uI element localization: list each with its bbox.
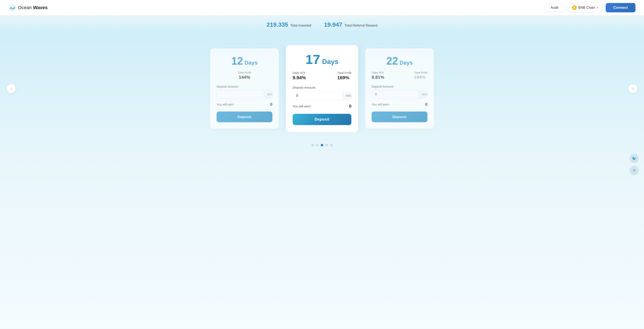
audit-button[interactable]: Audit [544,4,564,12]
telegram-button[interactable]: ✈ [630,166,639,175]
card-12-total-profit-value: 144% [216,75,272,80]
card-22-deposit-input[interactable] [372,90,419,99]
total-invested-value: 219.335 [267,21,288,28]
next-arrow[interactable]: › [628,84,638,93]
cards-wrapper: ‹ 12 Days Total Profit 144% Deposit Amou… [0,41,644,136]
card-12-deposit-button[interactable]: Deposit [216,111,272,122]
card-17-daily-roi-value: 9.94% [292,75,306,81]
chain-selector[interactable]: B BNB Chain ▾ [568,3,602,12]
card-22-daily-roi-block: Daily ROI 8.81% [372,71,384,80]
card-17-total-profit-value: 169% [337,75,352,81]
chevron-left-icon: ‹ [10,86,12,91]
chevron-down-icon: ▾ [597,6,598,9]
card-12-roi-section: Total Profit 144% [216,71,272,80]
card-17-daily-roi-label: Daily ROI [292,71,306,75]
card-17-deposit-label: Deposit Amount: [292,86,352,89]
card-22-deposit-input-row: MAX [372,90,428,99]
card-22-total-profit-block: Total Profit 194% [414,71,428,80]
card-22-total-profit-value: 194% [414,75,428,80]
logo-wordmark: Ocean Waves [18,5,48,11]
social-icons: 🐦 ✈ [630,154,639,175]
stats-banner: 219.335 Total Invested 19.947 Total Refe… [0,15,644,32]
twitter-icon: 🐦 [632,156,636,161]
card-17-deposit-input[interactable] [293,91,342,100]
card-12-days-title: 12 Days [216,56,272,66]
card-22-earn-value: 0 [425,102,428,107]
card-12-max-button[interactable]: MAX [264,91,272,98]
card-12-deposit-label: Deposit Amount: [216,85,272,88]
card-22-daily-roi-value: 8.81% [372,75,384,80]
card-17-days-label: Days [320,58,338,65]
card-12-earn-label: You will earn: [216,103,234,106]
chain-name: BNB Chain [578,6,595,10]
card-17-earn-label: You will earn: [292,104,312,108]
card-22-days-label: Days [398,60,413,66]
stats-row: 219.335 Total Invested 19.947 Total Refe… [0,21,644,28]
telegram-icon: ✈ [633,168,636,173]
card-12-days: 12 Days Total Profit 144% Deposit Amount… [210,48,279,129]
card-17-max-button[interactable]: MAX [342,92,352,100]
card-12-deposit-input-row: MAX [216,90,272,99]
logo-icon [8,4,16,12]
main-content: ‹ 12 Days Total Profit 144% Deposit Amou… [0,32,644,329]
card-22-total-profit-label: Total Profit [414,71,428,74]
bnb-icon: B [572,5,577,10]
card-22-earn-row: You will earn: 0 [372,102,428,107]
header-actions: Audit B BNB Chain ▾ Connect [544,3,636,12]
card-12-earn-row: You will earn: 0 [216,102,272,107]
total-invested-label: Total Invested [290,24,311,28]
chevron-right-icon: › [632,86,634,91]
card-12-deposit-input[interactable] [217,90,264,99]
card-17-days-title: 17 Days [292,53,352,66]
dot-5[interactable] [330,144,333,146]
card-12-days-label: Days [243,60,258,66]
total-invested-stat: 219.335 Total Invested [267,21,311,28]
card-17-earn-row: You will earn: 0 [292,104,352,109]
carousel-dots [0,144,644,146]
twitter-button[interactable]: 🐦 [630,154,639,163]
card-22-max-button[interactable]: MAX [419,91,428,98]
dot-2[interactable] [316,144,318,146]
card-12-earn-value: 0 [270,102,272,107]
total-referral-value: 19.947 [324,21,342,28]
prev-arrow[interactable]: ‹ [6,84,16,93]
card-22-deposit-label: Deposit Amount: [372,85,428,88]
card-22-earn-label: You will earn: [372,103,390,106]
total-referral-label: Total Referral Reward [344,24,377,28]
card-17-days: 17 Days Daily ROI 9.94% Total Profit 169… [286,45,358,132]
card-22-deposit-button[interactable]: Deposit [372,111,428,122]
card-17-total-profit-label: Total Profit [337,71,352,75]
logo: Ocean Waves [8,4,48,12]
dot-4[interactable] [326,144,328,146]
card-22-days-title: 22 Days [372,56,428,66]
card-17-deposit-button[interactable]: Deposit [292,114,352,125]
logo-text-bold: Waves [33,5,48,10]
card-22-roi-row: Daily ROI 8.81% Total Profit 194% [372,71,428,80]
card-22-days: 22 Days Daily ROI 8.81% Total Profit 194… [365,48,434,129]
card-12-total-profit-label: Total Profit [216,71,272,74]
total-referral-stat: 19.947 Total Referral Reward [324,21,377,28]
card-22-daily-roi-label: Daily ROI [372,71,384,74]
cards-container: 12 Days Total Profit 144% Deposit Amount… [205,45,439,132]
card-17-total-profit-block: Total Profit 169% [337,71,352,81]
dot-1[interactable] [311,144,314,146]
header: Ocean Waves Audit B BNB Chain ▾ Connect [0,0,644,15]
connect-button[interactable]: Connect [606,3,636,12]
dot-3[interactable] [321,144,323,146]
card-17-earn-value: 0 [349,104,352,109]
card-17-deposit-input-row: MAX [292,91,352,100]
card-17-roi-row: Daily ROI 9.94% Total Profit 169% [292,71,352,81]
logo-text-light: Ocean [18,5,33,10]
card-17-daily-roi-block: Daily ROI 9.94% [292,71,306,81]
